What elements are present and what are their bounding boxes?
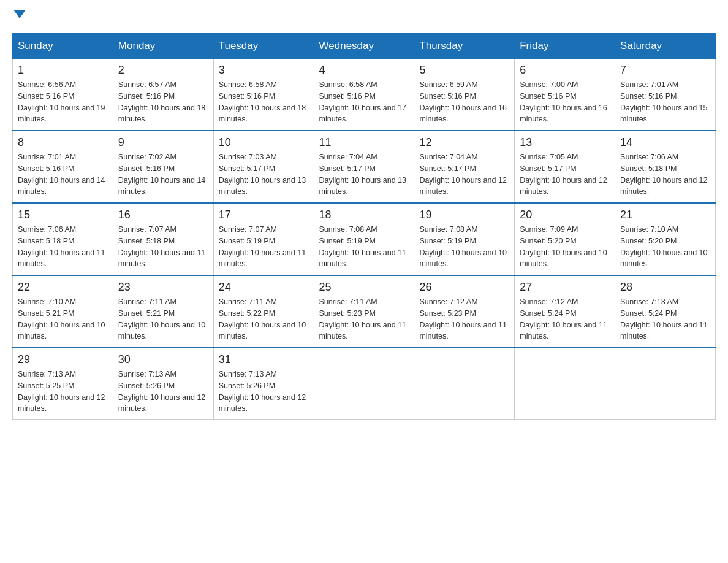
day-cell: 2Sunrise: 6:57 AMSunset: 5:16 PMDaylight… (113, 59, 213, 131)
day-info: Sunrise: 6:58 AMSunset: 5:16 PMDaylight:… (319, 79, 409, 125)
day-cell: 25Sunrise: 7:11 AMSunset: 5:23 PMDayligh… (314, 275, 414, 348)
day-number: 16 (118, 209, 208, 221)
day-cell (515, 348, 615, 420)
day-cell: 3Sunrise: 6:58 AMSunset: 5:16 PMDaylight… (213, 59, 314, 131)
day-info: Sunrise: 7:04 AMSunset: 5:17 PMDaylight:… (319, 151, 409, 197)
day-number: 24 (219, 281, 309, 294)
header-cell-thursday: Thursday (414, 34, 515, 59)
day-number: 30 (118, 353, 208, 366)
day-info: Sunrise: 7:07 AMSunset: 5:19 PMDaylight:… (219, 224, 309, 270)
day-info: Sunrise: 7:05 AMSunset: 5:17 PMDaylight:… (520, 151, 610, 197)
day-info: Sunrise: 7:11 AMSunset: 5:21 PMDaylight:… (118, 296, 208, 342)
day-info: Sunrise: 6:57 AMSunset: 5:16 PMDaylight:… (118, 79, 208, 125)
day-info: Sunrise: 7:08 AMSunset: 5:19 PMDaylight:… (319, 224, 409, 270)
day-info: Sunrise: 7:13 AMSunset: 5:26 PMDaylight:… (118, 369, 208, 415)
day-cell: 21Sunrise: 7:10 AMSunset: 5:20 PMDayligh… (615, 203, 716, 275)
logo (12, 12, 26, 21)
day-info: Sunrise: 7:13 AMSunset: 5:25 PMDaylight:… (18, 369, 108, 415)
header-cell-friday: Friday (515, 34, 615, 59)
logo-triangle-icon (13, 10, 26, 18)
week-row-1: 1Sunrise: 6:56 AMSunset: 5:16 PMDaylight… (13, 59, 716, 131)
day-info: Sunrise: 6:56 AMSunset: 5:16 PMDaylight:… (18, 79, 108, 125)
week-row-3: 15Sunrise: 7:06 AMSunset: 5:18 PMDayligh… (13, 203, 716, 275)
day-cell: 18Sunrise: 7:08 AMSunset: 5:19 PMDayligh… (314, 203, 414, 275)
day-number: 1 (18, 64, 108, 77)
day-info: Sunrise: 7:00 AMSunset: 5:16 PMDaylight:… (520, 79, 610, 125)
day-info: Sunrise: 7:06 AMSunset: 5:18 PMDaylight:… (18, 224, 108, 270)
day-number: 14 (620, 136, 710, 149)
week-row-4: 22Sunrise: 7:10 AMSunset: 5:21 PMDayligh… (13, 275, 716, 348)
day-number: 19 (419, 209, 509, 221)
page-header (12, 12, 716, 21)
day-cell: 8Sunrise: 7:01 AMSunset: 5:16 PMDaylight… (13, 131, 113, 203)
header-cell-monday: Monday (113, 34, 213, 59)
header-cell-saturday: Saturday (615, 34, 716, 59)
day-info: Sunrise: 7:13 AMSunset: 5:26 PMDaylight:… (219, 369, 309, 415)
day-cell (314, 348, 414, 420)
day-info: Sunrise: 7:13 AMSunset: 5:24 PMDaylight:… (620, 296, 710, 342)
day-cell: 11Sunrise: 7:04 AMSunset: 5:17 PMDayligh… (314, 131, 414, 203)
day-number: 9 (118, 136, 208, 149)
day-cell (615, 348, 716, 420)
day-number: 3 (219, 64, 309, 77)
day-info: Sunrise: 7:07 AMSunset: 5:18 PMDaylight:… (118, 224, 208, 270)
header-cell-tuesday: Tuesday (213, 34, 314, 59)
day-number: 4 (319, 64, 409, 77)
day-number: 8 (18, 136, 108, 149)
day-number: 18 (319, 209, 409, 221)
day-info: Sunrise: 7:11 AMSunset: 5:22 PMDaylight:… (219, 296, 309, 342)
day-number: 7 (620, 64, 710, 77)
day-cell: 17Sunrise: 7:07 AMSunset: 5:19 PMDayligh… (213, 203, 314, 275)
day-number: 25 (319, 281, 409, 294)
day-number: 10 (219, 136, 309, 149)
day-cell: 13Sunrise: 7:05 AMSunset: 5:17 PMDayligh… (515, 131, 615, 203)
day-info: Sunrise: 6:58 AMSunset: 5:16 PMDaylight:… (219, 79, 309, 125)
day-cell: 15Sunrise: 7:06 AMSunset: 5:18 PMDayligh… (13, 203, 113, 275)
day-cell: 27Sunrise: 7:12 AMSunset: 5:24 PMDayligh… (515, 275, 615, 348)
day-cell: 29Sunrise: 7:13 AMSunset: 5:25 PMDayligh… (13, 348, 113, 420)
calendar-body: 1Sunrise: 6:56 AMSunset: 5:16 PMDaylight… (13, 59, 716, 420)
day-cell: 14Sunrise: 7:06 AMSunset: 5:18 PMDayligh… (615, 131, 716, 203)
day-number: 15 (18, 209, 108, 221)
day-number: 20 (520, 209, 610, 221)
calendar-table: SundayMondayTuesdayWednesdayThursdayFrid… (12, 33, 716, 420)
day-info: Sunrise: 7:12 AMSunset: 5:24 PMDaylight:… (520, 296, 610, 342)
day-info: Sunrise: 7:11 AMSunset: 5:23 PMDaylight:… (319, 296, 409, 342)
day-number: 26 (419, 281, 509, 294)
week-row-2: 8Sunrise: 7:01 AMSunset: 5:16 PMDaylight… (13, 131, 716, 203)
day-cell: 7Sunrise: 7:01 AMSunset: 5:16 PMDaylight… (615, 59, 716, 131)
day-number: 12 (419, 136, 509, 149)
day-info: Sunrise: 7:08 AMSunset: 5:19 PMDaylight:… (419, 224, 509, 270)
day-number: 29 (18, 353, 108, 366)
day-cell: 28Sunrise: 7:13 AMSunset: 5:24 PMDayligh… (615, 275, 716, 348)
day-info: Sunrise: 7:09 AMSunset: 5:20 PMDaylight:… (520, 224, 610, 270)
day-cell: 6Sunrise: 7:00 AMSunset: 5:16 PMDaylight… (515, 59, 615, 131)
day-info: Sunrise: 7:10 AMSunset: 5:20 PMDaylight:… (620, 224, 710, 270)
day-info: Sunrise: 6:59 AMSunset: 5:16 PMDaylight:… (419, 79, 509, 125)
day-cell: 22Sunrise: 7:10 AMSunset: 5:21 PMDayligh… (13, 275, 113, 348)
day-info: Sunrise: 7:01 AMSunset: 5:16 PMDaylight:… (620, 79, 710, 125)
day-number: 27 (520, 281, 610, 294)
day-number: 31 (219, 353, 309, 366)
day-cell: 23Sunrise: 7:11 AMSunset: 5:21 PMDayligh… (113, 275, 213, 348)
day-cell: 24Sunrise: 7:11 AMSunset: 5:22 PMDayligh… (213, 275, 314, 348)
header-row: SundayMondayTuesdayWednesdayThursdayFrid… (13, 34, 716, 59)
day-number: 21 (620, 209, 710, 221)
day-info: Sunrise: 7:04 AMSunset: 5:17 PMDaylight:… (419, 151, 509, 197)
calendar-header: SundayMondayTuesdayWednesdayThursdayFrid… (13, 34, 716, 59)
day-cell: 12Sunrise: 7:04 AMSunset: 5:17 PMDayligh… (414, 131, 515, 203)
header-cell-wednesday: Wednesday (314, 34, 414, 59)
day-info: Sunrise: 7:01 AMSunset: 5:16 PMDaylight:… (18, 151, 108, 197)
day-info: Sunrise: 7:10 AMSunset: 5:21 PMDaylight:… (18, 296, 108, 342)
header-cell-sunday: Sunday (13, 34, 113, 59)
day-number: 23 (118, 281, 208, 294)
day-number: 2 (118, 64, 208, 77)
day-cell (414, 348, 515, 420)
day-number: 22 (18, 281, 108, 294)
day-number: 11 (319, 136, 409, 149)
day-cell: 5Sunrise: 6:59 AMSunset: 5:16 PMDaylight… (414, 59, 515, 131)
day-cell: 4Sunrise: 6:58 AMSunset: 5:16 PMDaylight… (314, 59, 414, 131)
day-number: 13 (520, 136, 610, 149)
day-info: Sunrise: 7:02 AMSunset: 5:16 PMDaylight:… (118, 151, 208, 197)
day-cell: 31Sunrise: 7:13 AMSunset: 5:26 PMDayligh… (213, 348, 314, 420)
